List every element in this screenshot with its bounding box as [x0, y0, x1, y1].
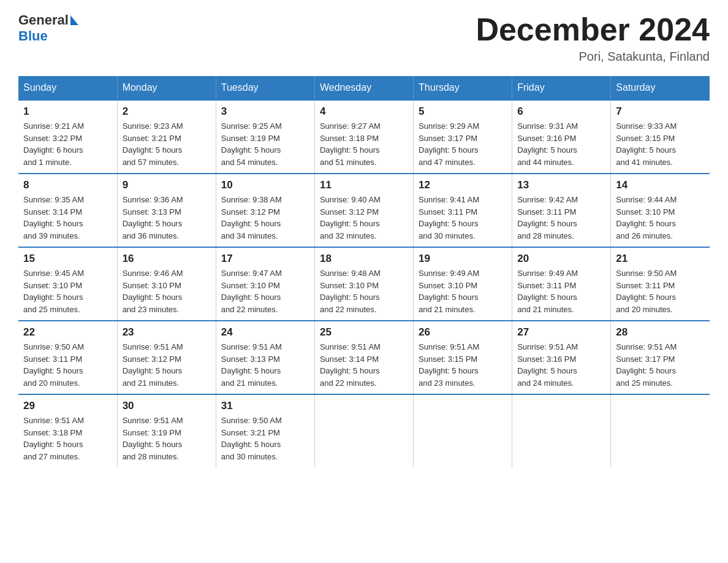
calendar-table: SundayMondayTuesdayWednesdayThursdayFrid…: [18, 76, 710, 467]
logo-triangle-icon: [70, 15, 78, 25]
day-info: Sunrise: 9:49 AM Sunset: 3:11 PM Dayligh…: [517, 267, 605, 315]
day-info: Sunrise: 9:47 AM Sunset: 3:10 PM Dayligh…: [221, 267, 309, 315]
day-info: Sunrise: 9:42 AM Sunset: 3:11 PM Dayligh…: [517, 194, 605, 242]
day-info: Sunrise: 9:27 AM Sunset: 3:18 PM Dayligh…: [320, 120, 408, 168]
day-info: Sunrise: 9:36 AM Sunset: 3:13 PM Dayligh…: [123, 194, 211, 242]
day-info: Sunrise: 9:51 AM Sunset: 3:16 PM Dayligh…: [517, 341, 605, 389]
day-info: Sunrise: 9:51 AM Sunset: 3:17 PM Dayligh…: [616, 341, 705, 389]
day-number: 31: [221, 400, 309, 412]
empty-day-cell: [512, 394, 611, 467]
calendar-day-cell: 12Sunrise: 9:41 AM Sunset: 3:11 PM Dayli…: [414, 174, 512, 247]
day-number: 9: [123, 179, 211, 191]
calendar-day-cell: 8Sunrise: 9:35 AM Sunset: 3:14 PM Daylig…: [18, 174, 117, 247]
calendar-week-row: 1Sunrise: 9:21 AM Sunset: 3:22 PM Daylig…: [18, 100, 710, 174]
calendar-day-cell: 2Sunrise: 9:23 AM Sunset: 3:21 PM Daylig…: [117, 100, 216, 174]
calendar-day-cell: 16Sunrise: 9:46 AM Sunset: 3:10 PM Dayli…: [117, 247, 216, 321]
day-number: 18: [320, 253, 408, 265]
calendar-day-cell: 26Sunrise: 9:51 AM Sunset: 3:15 PM Dayli…: [414, 321, 512, 394]
day-number: 8: [23, 179, 112, 191]
day-number: 10: [221, 179, 309, 191]
day-number: 25: [320, 326, 408, 339]
day-number: 24: [221, 326, 309, 339]
day-info: Sunrise: 9:51 AM Sunset: 3:12 PM Dayligh…: [123, 341, 211, 389]
day-number: 21: [616, 253, 705, 265]
column-header-tuesday: Tuesday: [216, 76, 314, 100]
logo: General Blue: [18, 12, 78, 44]
day-number: 28: [616, 326, 705, 339]
calendar-day-cell: 7Sunrise: 9:33 AM Sunset: 3:15 PM Daylig…: [611, 100, 710, 174]
day-number: 23: [123, 326, 211, 339]
calendar-day-cell: 27Sunrise: 9:51 AM Sunset: 3:16 PM Dayli…: [512, 321, 611, 394]
calendar-week-row: 8Sunrise: 9:35 AM Sunset: 3:14 PM Daylig…: [18, 174, 710, 247]
page-header: General Blue December 2024 Pori, Satakun…: [18, 12, 710, 64]
calendar-day-cell: 5Sunrise: 9:29 AM Sunset: 3:17 PM Daylig…: [414, 100, 512, 174]
day-info: Sunrise: 9:41 AM Sunset: 3:11 PM Dayligh…: [419, 194, 507, 242]
day-info: Sunrise: 9:51 AM Sunset: 3:19 PM Dayligh…: [123, 415, 211, 462]
day-number: 16: [123, 253, 211, 265]
calendar-week-row: 29Sunrise: 9:51 AM Sunset: 3:18 PM Dayli…: [18, 394, 710, 467]
calendar-day-cell: 24Sunrise: 9:51 AM Sunset: 3:13 PM Dayli…: [216, 321, 314, 394]
calendar-day-cell: 28Sunrise: 9:51 AM Sunset: 3:17 PM Dayli…: [611, 321, 710, 394]
calendar-day-cell: 10Sunrise: 9:38 AM Sunset: 3:12 PM Dayli…: [216, 174, 314, 247]
calendar-day-cell: 20Sunrise: 9:49 AM Sunset: 3:11 PM Dayli…: [512, 247, 611, 321]
day-info: Sunrise: 9:48 AM Sunset: 3:10 PM Dayligh…: [320, 267, 408, 315]
day-number: 27: [517, 326, 605, 339]
day-info: Sunrise: 9:51 AM Sunset: 3:15 PM Dayligh…: [419, 341, 507, 389]
day-number: 13: [517, 179, 605, 191]
calendar-day-cell: 22Sunrise: 9:50 AM Sunset: 3:11 PM Dayli…: [18, 321, 117, 394]
day-number: 17: [221, 253, 309, 265]
day-info: Sunrise: 9:25 AM Sunset: 3:19 PM Dayligh…: [221, 120, 309, 168]
column-header-friday: Friday: [512, 76, 611, 100]
day-info: Sunrise: 9:51 AM Sunset: 3:18 PM Dayligh…: [23, 415, 112, 462]
calendar-day-cell: 29Sunrise: 9:51 AM Sunset: 3:18 PM Dayli…: [18, 394, 117, 467]
title-block: December 2024 Pori, Satakunta, Finland: [476, 12, 710, 64]
column-header-sunday: Sunday: [18, 76, 117, 100]
day-info: Sunrise: 9:29 AM Sunset: 3:17 PM Dayligh…: [419, 120, 507, 168]
day-number: 14: [616, 179, 705, 191]
calendar-day-cell: 14Sunrise: 9:44 AM Sunset: 3:10 PM Dayli…: [611, 174, 710, 247]
calendar-week-row: 15Sunrise: 9:45 AM Sunset: 3:10 PM Dayli…: [18, 247, 710, 321]
day-info: Sunrise: 9:46 AM Sunset: 3:10 PM Dayligh…: [123, 267, 211, 315]
day-number: 22: [23, 326, 112, 339]
logo-general-text: General: [18, 12, 69, 28]
day-number: 30: [123, 400, 211, 412]
calendar-day-cell: 19Sunrise: 9:49 AM Sunset: 3:10 PM Dayli…: [414, 247, 512, 321]
calendar-day-cell: 9Sunrise: 9:36 AM Sunset: 3:13 PM Daylig…: [117, 174, 216, 247]
month-title: December 2024: [476, 12, 710, 47]
day-number: 15: [23, 253, 112, 265]
day-info: Sunrise: 9:50 AM Sunset: 3:11 PM Dayligh…: [616, 267, 705, 315]
calendar-header-row: SundayMondayTuesdayWednesdayThursdayFrid…: [18, 76, 710, 100]
day-number: 19: [419, 253, 507, 265]
day-info: Sunrise: 9:51 AM Sunset: 3:14 PM Dayligh…: [320, 341, 408, 389]
day-info: Sunrise: 9:38 AM Sunset: 3:12 PM Dayligh…: [221, 194, 309, 242]
empty-day-cell: [414, 394, 512, 467]
day-info: Sunrise: 9:33 AM Sunset: 3:15 PM Dayligh…: [616, 120, 705, 168]
calendar-day-cell: 21Sunrise: 9:50 AM Sunset: 3:11 PM Dayli…: [611, 247, 710, 321]
day-info: Sunrise: 9:23 AM Sunset: 3:21 PM Dayligh…: [123, 120, 211, 168]
day-number: 26: [419, 326, 507, 339]
calendar-day-cell: 1Sunrise: 9:21 AM Sunset: 3:22 PM Daylig…: [18, 100, 117, 174]
calendar-day-cell: 4Sunrise: 9:27 AM Sunset: 3:18 PM Daylig…: [314, 100, 413, 174]
day-number: 6: [517, 105, 605, 118]
calendar-week-row: 22Sunrise: 9:50 AM Sunset: 3:11 PM Dayli…: [18, 321, 710, 394]
day-info: Sunrise: 9:44 AM Sunset: 3:10 PM Dayligh…: [616, 194, 705, 242]
calendar-day-cell: 15Sunrise: 9:45 AM Sunset: 3:10 PM Dayli…: [18, 247, 117, 321]
location-text: Pori, Satakunta, Finland: [476, 50, 710, 64]
calendar-day-cell: 23Sunrise: 9:51 AM Sunset: 3:12 PM Dayli…: [117, 321, 216, 394]
day-info: Sunrise: 9:35 AM Sunset: 3:14 PM Dayligh…: [23, 194, 112, 242]
column-header-thursday: Thursday: [414, 76, 512, 100]
day-number: 1: [23, 105, 112, 118]
column-header-monday: Monday: [117, 76, 216, 100]
day-number: 11: [320, 179, 408, 191]
empty-day-cell: [314, 394, 413, 467]
day-number: 20: [517, 253, 605, 265]
day-number: 7: [616, 105, 705, 118]
day-number: 12: [419, 179, 507, 191]
calendar-day-cell: 31Sunrise: 9:50 AM Sunset: 3:21 PM Dayli…: [216, 394, 314, 467]
day-info: Sunrise: 9:31 AM Sunset: 3:16 PM Dayligh…: [517, 120, 605, 168]
calendar-day-cell: 30Sunrise: 9:51 AM Sunset: 3:19 PM Dayli…: [117, 394, 216, 467]
column-header-wednesday: Wednesday: [314, 76, 413, 100]
calendar-day-cell: 25Sunrise: 9:51 AM Sunset: 3:14 PM Dayli…: [314, 321, 413, 394]
calendar-day-cell: 6Sunrise: 9:31 AM Sunset: 3:16 PM Daylig…: [512, 100, 611, 174]
calendar-day-cell: 18Sunrise: 9:48 AM Sunset: 3:10 PM Dayli…: [314, 247, 413, 321]
